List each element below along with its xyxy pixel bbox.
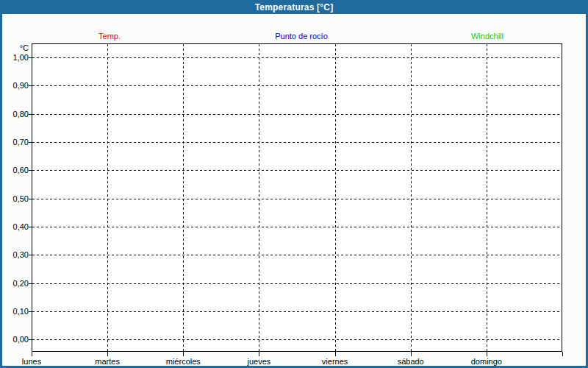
y-axis-tick	[29, 199, 32, 199]
legend-item-windchill: Windchill	[471, 31, 503, 41]
y-axis-tick	[29, 311, 32, 312]
x-axis-label: martes27/03/07	[92, 357, 123, 368]
y-axis-tick	[29, 227, 32, 227]
y-axis-tick	[29, 114, 32, 115]
y-tick-label: 0,30	[2, 250, 29, 260]
v-gridline	[411, 44, 412, 351]
h-gridline	[32, 311, 562, 312]
h-gridline	[32, 142, 562, 143]
y-tick-label: 0,70	[2, 137, 29, 147]
x-axis-label: viernes30/03/07	[319, 357, 351, 368]
x-axis-day-name: sábado	[395, 357, 426, 367]
y-axis-tick	[29, 170, 32, 171]
x-axis-label: domingo01/04/07	[470, 357, 502, 368]
x-axis-day-name: miércoles	[166, 357, 201, 367]
temperature-chart-window: Temperaturas [°C] Temp. Punto de rocío W…	[0, 0, 588, 368]
chart-content: Temp. Punto de rocío Windchill °C 1,000,…	[0, 14, 588, 368]
x-axis-day-name: lunes	[16, 357, 48, 367]
y-axis-tick	[29, 85, 32, 86]
x-axis-day-name: domingo	[470, 357, 502, 367]
v-gridline	[259, 44, 259, 351]
y-tick-label: 0,50	[2, 194, 29, 204]
x-axis-tick	[183, 352, 184, 356]
x-axis-label: jueves29/03/07	[243, 357, 275, 368]
y-tick-label: 0,00	[2, 334, 29, 344]
plot-area	[32, 43, 562, 352]
y-axis-tick	[29, 283, 32, 284]
v-gridline	[335, 44, 336, 351]
y-axis-tick	[29, 57, 32, 58]
v-gridline	[183, 44, 184, 351]
x-axis-label: miércoles28/03/07	[166, 357, 201, 368]
h-gridline	[32, 227, 562, 227]
v-gridline	[487, 44, 487, 351]
h-gridline	[32, 283, 562, 284]
h-gridline	[32, 57, 562, 58]
x-axis-tick	[411, 352, 412, 356]
y-axis-tick	[29, 255, 32, 255]
x-axis-tick	[259, 352, 259, 356]
y-axis-tick	[29, 339, 32, 340]
h-gridline	[32, 339, 562, 340]
v-gridline	[107, 44, 108, 351]
x-axis-tick	[107, 352, 108, 356]
chart-title-bar: Temperaturas [°C]	[0, 0, 588, 14]
y-tick-label: 0,40	[2, 222, 29, 232]
legend-item-dewpoint: Punto de rocío	[275, 31, 328, 41]
x-axis-tick	[487, 352, 487, 356]
y-tick-label: 0,80	[2, 109, 29, 119]
x-axis-tick	[32, 352, 32, 356]
x-axis-day-name: viernes	[319, 357, 351, 367]
h-gridline	[32, 170, 562, 171]
x-axis-label: sábado31/03/07	[395, 357, 426, 368]
y-tick-label: 1,00	[2, 52, 29, 63]
h-gridline	[32, 199, 562, 199]
y-tick-label: 0,20	[2, 278, 29, 289]
x-axis-tick	[562, 352, 563, 356]
x-axis-label: lunes26/03/07	[16, 357, 48, 368]
y-tick-label: 0,10	[2, 306, 29, 316]
y-tick-label: 0,60	[2, 165, 29, 175]
h-gridline	[32, 114, 562, 115]
x-axis-day-name: jueves	[243, 357, 275, 367]
x-axis-day-name: martes	[92, 357, 123, 367]
x-axis-tick	[335, 352, 336, 356]
h-gridline	[32, 85, 562, 86]
chart-title: Temperaturas [°C]	[255, 2, 334, 13]
y-axis-tick	[29, 142, 32, 143]
h-gridline	[32, 255, 562, 255]
y-tick-label: 0,90	[2, 80, 29, 91]
legend-item-temp: Temp.	[98, 31, 121, 41]
